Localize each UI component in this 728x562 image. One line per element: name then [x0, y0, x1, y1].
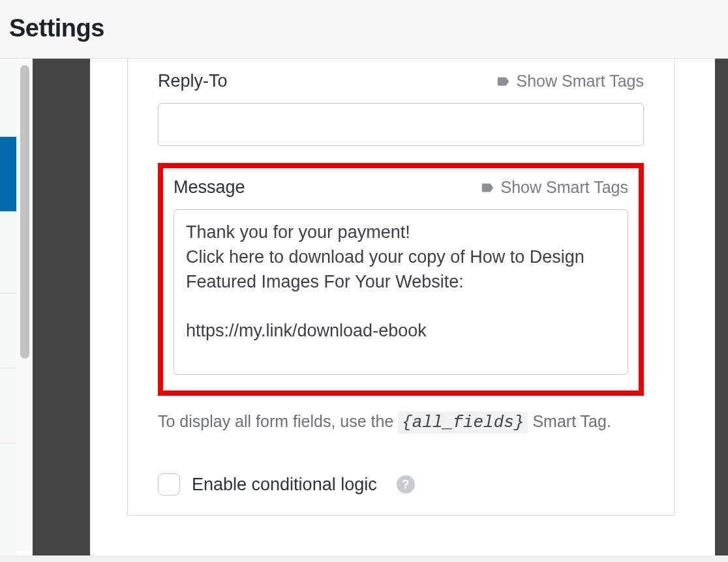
- show-smart-tags-message[interactable]: Show Smart Tags: [480, 178, 628, 197]
- message-header: Message Show Smart Tags: [174, 177, 628, 198]
- scrollbar-thumb[interactable]: [20, 65, 29, 359]
- reply-to-header: Reply-To Show Smart Tags: [158, 71, 644, 91]
- help-text: To display all form fields, use the {all…: [158, 409, 644, 436]
- help-text-suffix: Smart Tag.: [532, 412, 611, 430]
- sidebar-item[interactable]: [0, 212, 16, 293]
- left-sidebar: [0, 59, 16, 555]
- sidebar-item-active[interactable]: [0, 137, 16, 212]
- message-highlight: Message Show Smart Tags: [158, 163, 644, 396]
- conditional-logic-label: Enable conditional logic: [192, 475, 377, 495]
- conditional-logic-row: Enable conditional logic ?: [158, 473, 644, 495]
- page-title: Settings: [9, 14, 719, 42]
- help-icon[interactable]: ?: [397, 475, 415, 494]
- form-card: Reply-To Show Smart Tags Message: [127, 59, 675, 516]
- sidebar-item[interactable]: [0, 59, 16, 137]
- right-edge: [715, 59, 728, 555]
- scrollbar-track[interactable]: [17, 61, 33, 552]
- content-panel: Reply-To Show Smart Tags Message: [91, 59, 714, 555]
- reply-to-input[interactable]: [158, 103, 644, 146]
- smart-tags-text: Show Smart Tags: [517, 72, 644, 91]
- reply-to-group: Reply-To Show Smart Tags: [158, 71, 644, 146]
- secondary-sidebar: [33, 59, 90, 555]
- message-label: Message: [174, 177, 245, 198]
- settings-header: Settings: [0, 0, 728, 59]
- reply-to-label: Reply-To: [158, 71, 228, 91]
- message-textarea[interactable]: [174, 209, 628, 375]
- smart-tag-code: {all_fields}: [398, 411, 528, 434]
- conditional-logic-checkbox[interactable]: [158, 473, 180, 495]
- tag-icon: [496, 74, 510, 89]
- body-area: Reply-To Show Smart Tags Message: [0, 59, 728, 555]
- sidebar-item[interactable]: [0, 443, 16, 554]
- sidebar-item[interactable]: [0, 293, 16, 368]
- help-text-prefix: To display all form fields, use the: [158, 412, 398, 430]
- tag-icon: [480, 181, 494, 195]
- smart-tags-text: Show Smart Tags: [501, 178, 628, 197]
- sidebar-item[interactable]: [0, 368, 16, 443]
- show-smart-tags-replyto[interactable]: Show Smart Tags: [496, 72, 644, 91]
